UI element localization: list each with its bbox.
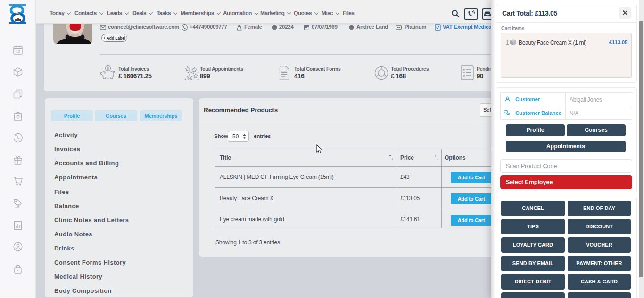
svg-text:12: 12 — [16, 49, 20, 54]
